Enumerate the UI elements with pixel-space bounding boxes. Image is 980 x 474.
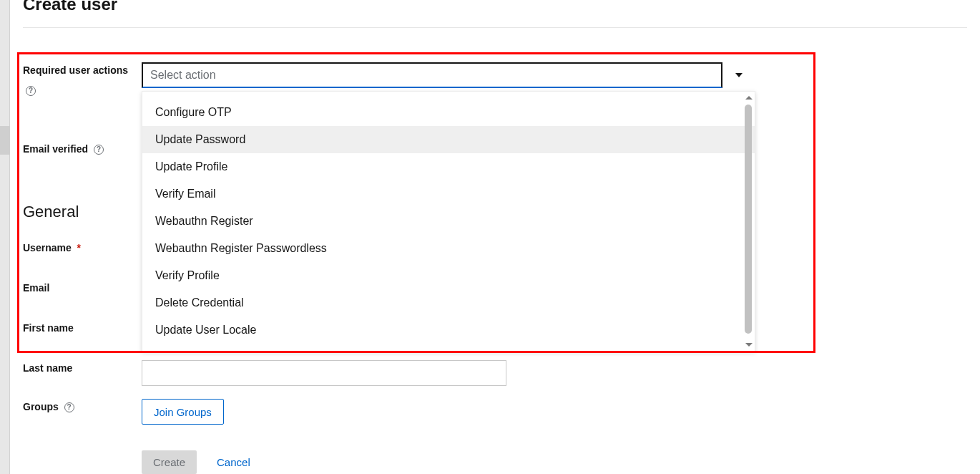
groups-label-text: Groups	[23, 401, 59, 412]
join-groups-button[interactable]: Join Groups	[142, 399, 224, 425]
required-actions-dropdown: Configure OTP Update Password Update Pro…	[142, 91, 755, 352]
dropdown-option[interactable]: Update Password	[142, 126, 755, 153]
scroll-up-icon	[745, 96, 753, 100]
title-divider	[23, 27, 967, 28]
required-user-actions-label-text: Required user actions	[23, 64, 128, 76]
required-asterisk: *	[77, 242, 81, 253]
required-actions-select-input[interactable]: Select action	[142, 62, 722, 88]
dropdown-option[interactable]: Update User Locale	[142, 316, 755, 344]
lastname-input[interactable]	[142, 360, 506, 386]
firstname-label-text: First name	[23, 322, 74, 334]
scroll-down-icon	[745, 343, 753, 347]
required-actions-caret[interactable]	[722, 62, 755, 88]
caret-down-icon	[735, 73, 743, 77]
create-button: Create	[142, 450, 197, 474]
dropdown-option[interactable]: Verify Email	[142, 180, 755, 208]
main-content: Create user Required user actions ? Sele…	[10, 0, 980, 474]
dropdown-option[interactable]: Configure OTP	[142, 99, 755, 126]
lastname-label: Last name	[23, 360, 142, 376]
firstname-label: First name	[23, 320, 142, 336]
dropdown-option[interactable]: Webauthn Register Passwordless	[142, 235, 755, 262]
groups-label: Groups ?	[23, 399, 142, 415]
lastname-label-text: Last name	[23, 362, 72, 374]
username-label: Username *	[23, 240, 142, 256]
dropdown-option[interactable]: Delete Credential	[142, 289, 755, 316]
page-title: Create user	[23, 0, 980, 14]
required-actions-placeholder: Select action	[150, 69, 216, 82]
help-icon[interactable]: ?	[94, 145, 104, 155]
email-verified-label-text: Email verified	[23, 143, 88, 155]
username-label-text: Username	[23, 242, 72, 253]
dropdown-option[interactable]: Webauthn Register	[142, 208, 755, 235]
help-icon[interactable]: ?	[26, 86, 36, 96]
dropdown-option[interactable]: Update Profile	[142, 153, 755, 180]
help-icon[interactable]: ?	[64, 402, 74, 412]
cancel-button[interactable]: Cancel	[217, 456, 250, 468]
dropdown-scrollbar[interactable]	[743, 96, 755, 347]
required-user-actions-label: Required user actions ?	[23, 62, 142, 98]
dropdown-option[interactable]: Verify Profile	[142, 262, 755, 289]
scroll-thumb[interactable]	[745, 105, 752, 334]
required-actions-select[interactable]: Select action	[142, 62, 755, 88]
email-verified-label: Email verified ?	[23, 141, 142, 157]
sidebar-strip	[0, 0, 10, 474]
email-label-text: Email	[23, 282, 49, 294]
email-label: Email	[23, 280, 142, 296]
